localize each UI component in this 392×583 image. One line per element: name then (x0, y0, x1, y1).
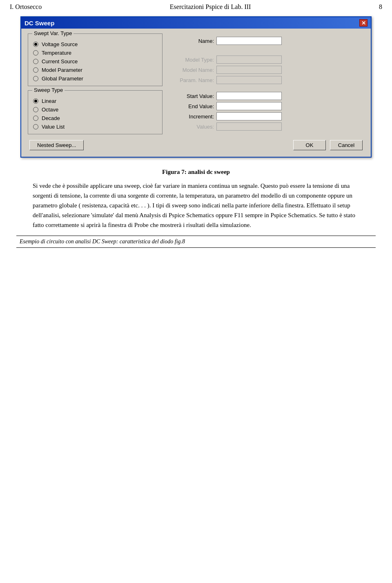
radio-linear[interactable]: Linear (33, 98, 157, 104)
sweep-type-radio-group: Linear Octave Decade Value List (33, 98, 157, 130)
model-type-row: Model Type: (169, 56, 364, 64)
radio-voltage-source-btn[interactable] (33, 42, 38, 47)
radio-global-parameter-label: Global Parameter (42, 76, 83, 82)
radio-global-parameter-btn[interactable] (33, 76, 38, 81)
model-type-input (216, 56, 282, 64)
nested-sweep-button[interactable]: Nested Sweep... (29, 140, 84, 150)
body-paragraph-1: Si vede che è possibile applicare una sw… (33, 181, 359, 230)
radio-decade-label: Decade (42, 115, 60, 121)
figure-caption: Figura 7: analisi dc sweep (162, 169, 230, 175)
name-input[interactable] (216, 37, 282, 45)
end-value-label: End Value: (169, 103, 214, 109)
model-name-input (216, 66, 282, 74)
end-value-row: End Value: (169, 102, 364, 110)
swept-var-title: Swept Var. Type (32, 30, 74, 36)
radio-current-source[interactable]: Current Source (33, 58, 157, 65)
end-value-input[interactable] (216, 102, 282, 110)
header-right: 8 (379, 3, 382, 11)
radio-model-parameter-label: Model Parameter (42, 67, 82, 73)
model-type-label: Model Type: (169, 57, 214, 63)
swept-var-radio-group: Voltage Source Temperature Current Sourc… (33, 41, 157, 82)
radio-model-parameter-btn[interactable] (33, 67, 38, 73)
start-value-input[interactable] (216, 92, 282, 100)
model-name-label: Model Name: (169, 67, 214, 73)
increment-row: Increment: (169, 112, 364, 120)
bottom-row: Sweep Type Linear Octave Decade (28, 90, 364, 134)
start-value-label: Start Value: (169, 93, 214, 99)
swept-var-group: Swept Var. Type Voltage Source Temperatu… (28, 33, 163, 86)
radio-decade[interactable]: Decade (33, 115, 157, 121)
param-name-row: Param. Name: (169, 76, 364, 84)
dialog-wrapper: DC Sweep ✕ Swept Var. Type Voltage Sourc… (0, 12, 392, 166)
dialog-body: Swept Var. Type Voltage Source Temperatu… (21, 29, 371, 157)
name-row: Name: (169, 37, 364, 45)
right-bottom-section: Start Value: End Value: Increment: Value… (169, 90, 364, 134)
values-input (216, 122, 282, 131)
dialog-bottom-row: Nested Sweep... OK Cancel (28, 138, 364, 151)
top-row: Swept Var. Type Voltage Source Temperatu… (28, 33, 364, 86)
radio-model-parameter[interactable]: Model Parameter (33, 67, 157, 73)
sweep-type-title: Sweep Type (32, 87, 65, 93)
footer-text: Esempio di circuito con analisi DC Sweep… (20, 238, 185, 245)
radio-octave-btn[interactable] (33, 107, 38, 112)
radio-temperature-btn[interactable] (33, 50, 38, 56)
body-text: Si vede che è possibile applicare una sw… (0, 181, 392, 230)
footer-bar: Esempio di circuito con analisi DC Sweep… (16, 236, 376, 248)
radio-temperature-label: Temperature (42, 50, 71, 56)
values-row: Values: (169, 122, 364, 131)
header-left: I. Ortosecco (10, 3, 42, 11)
dc-sweep-dialog: DC Sweep ✕ Swept Var. Type Voltage Sourc… (20, 16, 372, 158)
sweep-type-group: Sweep Type Linear Octave Decade (28, 90, 163, 134)
cancel-button[interactable]: Cancel (330, 140, 363, 150)
values-label: Values: (169, 124, 214, 130)
radio-octave[interactable]: Octave (33, 107, 157, 113)
radio-voltage-source-label: Voltage Source (42, 41, 78, 47)
radio-temperature[interactable]: Temperature (33, 50, 157, 56)
model-name-row: Model Name: (169, 66, 364, 74)
radio-global-parameter[interactable]: Global Parameter (33, 76, 157, 82)
radio-current-source-label: Current Source (42, 58, 78, 65)
caption-section: Figura 7: analisi dc sweep (0, 166, 392, 181)
radio-octave-label: Octave (42, 107, 58, 113)
radio-linear-label: Linear (42, 98, 56, 104)
close-button[interactable]: ✕ (359, 19, 368, 27)
header-center: Esercitazioni Pspice di Lab. III (170, 3, 251, 11)
radio-value-list[interactable]: Value List (33, 124, 157, 130)
radio-voltage-source[interactable]: Voltage Source (33, 41, 157, 47)
increment-label: Increment: (169, 113, 214, 120)
start-value-row: Start Value: (169, 92, 364, 100)
dialog-titlebar: DC Sweep ✕ (21, 17, 371, 29)
page-header: I. Ortosecco Esercitazioni Pspice di Lab… (0, 0, 392, 12)
right-top-section: Name: Model Type: Model Name: Param. Nam… (169, 33, 364, 86)
radio-value-list-btn[interactable] (33, 124, 38, 129)
radio-decade-btn[interactable] (33, 116, 38, 121)
radio-linear-btn[interactable] (33, 98, 38, 104)
param-name-label: Param. Name: (169, 77, 214, 83)
param-name-input (216, 76, 282, 84)
radio-current-source-btn[interactable] (33, 59, 38, 64)
radio-value-list-label: Value List (42, 124, 65, 130)
ok-button[interactable]: OK (293, 140, 326, 150)
increment-input[interactable] (216, 112, 282, 120)
name-label: Name: (169, 38, 214, 44)
ok-cancel-group: OK Cancel (293, 140, 363, 150)
dialog-title: DC Sweep (24, 20, 54, 27)
